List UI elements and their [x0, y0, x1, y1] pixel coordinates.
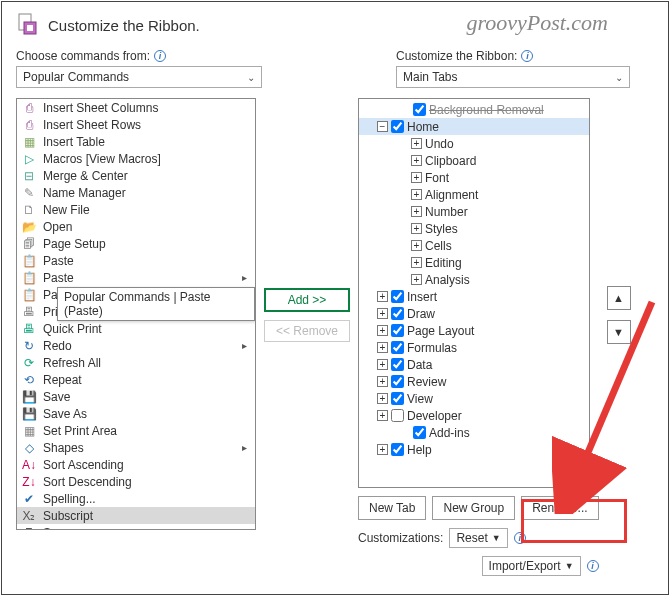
tab-checkbox[interactable]	[391, 324, 404, 337]
command-item[interactable]: ✎Name Manager	[17, 184, 255, 201]
tree-group[interactable]: +Styles	[359, 220, 589, 237]
reset-dropdown[interactable]: Reset ▼	[449, 528, 507, 548]
tree-item[interactable]: +Draw	[359, 305, 589, 322]
info-icon[interactable]: i	[154, 50, 166, 62]
command-item[interactable]: 📋Paste	[17, 252, 255, 269]
expand-toggle[interactable]: +	[377, 359, 388, 370]
move-up-button[interactable]: ▲	[607, 286, 631, 310]
tree-item-home[interactable]: −Home	[359, 118, 589, 135]
tree-item[interactable]: +Formulas	[359, 339, 589, 356]
tab-checkbox[interactable]	[413, 103, 426, 116]
tab-checkbox[interactable]	[391, 120, 404, 133]
command-item[interactable]: 🗐Page Setup	[17, 235, 255, 252]
command-item[interactable]: ✔Spelling...	[17, 490, 255, 507]
chevron-down-icon: ⌄	[247, 72, 255, 83]
tab-checkbox[interactable]	[391, 341, 404, 354]
expand-toggle[interactable]: +	[411, 155, 422, 166]
expand-toggle[interactable]: +	[411, 257, 422, 268]
new-tab-button[interactable]: New Tab	[358, 496, 426, 520]
command-item[interactable]: ▦Insert Table	[17, 133, 255, 150]
add-button[interactable]: Add >>	[264, 288, 350, 312]
expand-toggle[interactable]: +	[411, 138, 422, 149]
expand-toggle[interactable]: +	[411, 172, 422, 183]
expand-toggle[interactable]: +	[377, 291, 388, 302]
rename-button[interactable]: Rename...	[521, 496, 598, 520]
command-icon: 💾	[21, 406, 37, 421]
expand-toggle[interactable]: +	[411, 223, 422, 234]
command-item[interactable]: Z↓Sort Descending	[17, 473, 255, 490]
command-item[interactable]: 🗋New File	[17, 201, 255, 218]
tree-item[interactable]: +Page Layout	[359, 322, 589, 339]
command-item[interactable]: 📋Paste▸	[17, 269, 255, 286]
tree-item[interactable]: +Review	[359, 373, 589, 390]
info-icon[interactable]: i	[521, 50, 533, 62]
tree-group[interactable]: +Cells	[359, 237, 589, 254]
tree-label: Home	[407, 120, 439, 134]
new-group-button[interactable]: New Group	[432, 496, 515, 520]
tree-group[interactable]: +Editing	[359, 254, 589, 271]
tab-checkbox[interactable]	[413, 426, 426, 439]
expand-toggle[interactable]: +	[411, 206, 422, 217]
tree-group[interactable]: +Number	[359, 203, 589, 220]
command-item[interactable]: ▷Macros [View Macros]	[17, 150, 255, 167]
import-export-dropdown[interactable]: Import/Export ▼	[482, 556, 581, 576]
ribbon-tree[interactable]: Background Removal−Home+Undo+Clipboard+F…	[358, 98, 590, 488]
expand-toggle[interactable]: +	[377, 342, 388, 353]
tree-item[interactable]: Add-ins	[359, 424, 589, 441]
tab-checkbox[interactable]	[391, 358, 404, 371]
expand-toggle[interactable]: +	[377, 308, 388, 319]
tab-checkbox[interactable]	[391, 392, 404, 405]
expand-toggle[interactable]: +	[377, 393, 388, 404]
command-item[interactable]: ⊟Merge & Center	[17, 167, 255, 184]
tree-item[interactable]: Background Removal	[359, 101, 589, 118]
command-icon: ⟳	[21, 355, 37, 370]
customize-ribbon-dropdown[interactable]: Main Tabs ⌄	[396, 66, 630, 88]
tree-group[interactable]: +Clipboard	[359, 152, 589, 169]
tab-checkbox[interactable]	[391, 409, 404, 422]
tree-item[interactable]: +Help	[359, 441, 589, 458]
tree-group[interactable]: +Undo	[359, 135, 589, 152]
command-item[interactable]: 🖶Quick Print	[17, 320, 255, 337]
tree-item[interactable]: +View	[359, 390, 589, 407]
commands-listbox[interactable]: ⎙Insert Sheet Columns⎙Insert Sheet Rows▦…	[16, 98, 256, 530]
info-icon[interactable]: i	[514, 532, 526, 544]
command-item[interactable]: ↻Redo▸	[17, 337, 255, 354]
info-icon[interactable]: i	[587, 560, 599, 572]
tab-checkbox[interactable]	[391, 443, 404, 456]
command-item[interactable]: ◇Shapes▸	[17, 439, 255, 456]
expand-toggle[interactable]: +	[377, 410, 388, 421]
expand-toggle[interactable]: +	[411, 274, 422, 285]
move-down-button[interactable]: ▼	[607, 320, 631, 344]
command-item[interactable]: 📂Open	[17, 218, 255, 235]
tree-item[interactable]: +Developer	[359, 407, 589, 424]
command-item[interactable]: ⟲Repeat	[17, 371, 255, 388]
tab-checkbox[interactable]	[391, 290, 404, 303]
tree-item[interactable]: +Data	[359, 356, 589, 373]
tree-group[interactable]: +Analysis	[359, 271, 589, 288]
expand-toggle[interactable]: +	[377, 325, 388, 336]
expand-toggle[interactable]: +	[377, 444, 388, 455]
tab-checkbox[interactable]	[391, 307, 404, 320]
command-item[interactable]: 💾Save As	[17, 405, 255, 422]
command-icon: 💾	[21, 389, 37, 404]
svg-rect-2	[27, 25, 33, 31]
command-item[interactable]: ΣSum	[17, 524, 255, 529]
submenu-indicator: ▸	[242, 442, 251, 453]
command-item[interactable]: ▦Set Print Area	[17, 422, 255, 439]
command-item[interactable]: A↓Sort Ascending	[17, 456, 255, 473]
tree-item[interactable]: +Insert	[359, 288, 589, 305]
expand-toggle[interactable]: −	[377, 121, 388, 132]
command-item[interactable]: 💾Save	[17, 388, 255, 405]
command-item[interactable]: ⎙Insert Sheet Rows	[17, 116, 255, 133]
choose-commands-dropdown[interactable]: Popular Commands ⌄	[16, 66, 262, 88]
expand-toggle[interactable]: +	[411, 240, 422, 251]
command-item[interactable]: X₂Subscript	[17, 507, 255, 524]
tree-group[interactable]: +Alignment	[359, 186, 589, 203]
expand-toggle[interactable]: +	[377, 376, 388, 387]
command-item[interactable]: ⎙Insert Sheet Columns	[17, 99, 255, 116]
tree-group[interactable]: +Font	[359, 169, 589, 186]
command-item[interactable]: ⟳Refresh All	[17, 354, 255, 371]
command-label: Paste	[43, 254, 74, 268]
tab-checkbox[interactable]	[391, 375, 404, 388]
expand-toggle[interactable]: +	[411, 189, 422, 200]
